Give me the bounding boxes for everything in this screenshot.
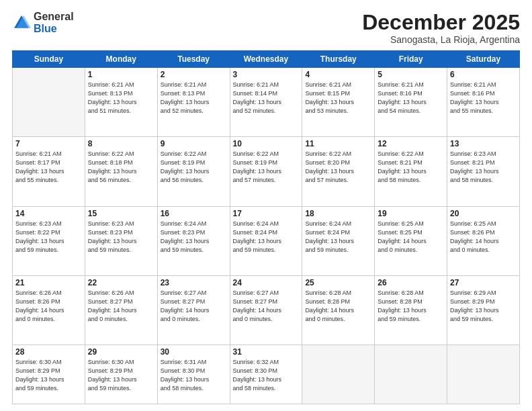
title-block: December 2025 Sanogasta, La Rioja, Argen…: [362, 11, 520, 45]
day-number: 29: [88, 347, 154, 357]
day-number: 8: [88, 139, 154, 148]
calendar-day-cell: 29Sunrise: 6:30 AM Sunset: 8:29 PM Dayli…: [85, 345, 157, 404]
day-info: Sunrise: 6:21 AM Sunset: 8:13 PM Dayligh…: [88, 81, 154, 116]
calendar-day-cell: 27Sunrise: 6:29 AM Sunset: 8:29 PM Dayli…: [447, 275, 520, 345]
day-number: 21: [15, 278, 82, 287]
day-number: 1: [88, 70, 154, 79]
calendar-day-cell: 3Sunrise: 6:21 AM Sunset: 8:14 PM Daylig…: [230, 68, 302, 137]
calendar-day-cell: 13Sunrise: 6:23 AM Sunset: 8:21 PM Dayli…: [447, 137, 520, 206]
day-number: 14: [15, 209, 82, 218]
day-info: Sunrise: 6:22 AM Sunset: 8:19 PM Dayligh…: [233, 150, 300, 185]
calendar-day-cell: 4Sunrise: 6:21 AM Sunset: 8:15 PM Daylig…: [302, 68, 375, 137]
day-info: Sunrise: 6:22 AM Sunset: 8:19 PM Dayligh…: [161, 150, 227, 185]
day-number: 19: [378, 209, 444, 218]
calendar-week-row: 28Sunrise: 6:30 AM Sunset: 8:29 PM Dayli…: [13, 345, 520, 404]
calendar-day-cell: 19Sunrise: 6:25 AM Sunset: 8:25 PM Dayli…: [375, 206, 447, 275]
logo: General Blue: [12, 11, 74, 34]
calendar-day-cell: 7Sunrise: 6:21 AM Sunset: 8:17 PM Daylig…: [13, 137, 85, 206]
day-info: Sunrise: 6:24 AM Sunset: 8:24 PM Dayligh…: [233, 220, 300, 255]
logo-icon: [12, 13, 31, 32]
day-info: Sunrise: 6:29 AM Sunset: 8:29 PM Dayligh…: [450, 289, 517, 324]
day-number: 26: [378, 278, 444, 287]
day-info: Sunrise: 6:24 AM Sunset: 8:23 PM Dayligh…: [161, 220, 227, 255]
calendar-day-cell: 26Sunrise: 6:28 AM Sunset: 8:28 PM Dayli…: [375, 275, 447, 345]
day-number: 22: [88, 278, 154, 287]
calendar-day-cell: 23Sunrise: 6:27 AM Sunset: 8:27 PM Dayli…: [157, 275, 230, 345]
header-monday: Monday: [85, 51, 157, 68]
header-friday: Friday: [375, 51, 447, 68]
calendar-week-row: 7Sunrise: 6:21 AM Sunset: 8:17 PM Daylig…: [13, 137, 520, 206]
calendar-day-cell: [13, 68, 85, 137]
calendar-day-cell: 24Sunrise: 6:27 AM Sunset: 8:27 PM Dayli…: [230, 275, 302, 345]
day-info: Sunrise: 6:27 AM Sunset: 8:27 PM Dayligh…: [161, 289, 227, 324]
day-info: Sunrise: 6:21 AM Sunset: 8:17 PM Dayligh…: [15, 150, 82, 185]
header-wednesday: Wednesday: [230, 51, 302, 68]
day-info: Sunrise: 6:32 AM Sunset: 8:30 PM Dayligh…: [233, 358, 300, 393]
calendar-day-cell: 6Sunrise: 6:21 AM Sunset: 8:16 PM Daylig…: [447, 68, 520, 137]
logo-general: General: [34, 11, 74, 22]
day-info: Sunrise: 6:21 AM Sunset: 8:14 PM Dayligh…: [233, 81, 300, 116]
day-info: Sunrise: 6:23 AM Sunset: 8:21 PM Dayligh…: [450, 150, 517, 185]
day-number: 20: [450, 209, 517, 218]
calendar-day-cell: 15Sunrise: 6:23 AM Sunset: 8:23 PM Dayli…: [85, 206, 157, 275]
day-number: 16: [161, 209, 227, 218]
day-number: 13: [450, 139, 517, 148]
day-info: Sunrise: 6:26 AM Sunset: 8:26 PM Dayligh…: [15, 289, 82, 324]
day-info: Sunrise: 6:22 AM Sunset: 8:21 PM Dayligh…: [378, 150, 444, 185]
weekday-header-row: Sunday Monday Tuesday Wednesday Thursday…: [13, 51, 520, 68]
day-number: 31: [233, 347, 300, 357]
day-info: Sunrise: 6:21 AM Sunset: 8:13 PM Dayligh…: [161, 81, 227, 116]
day-number: 18: [305, 209, 371, 218]
day-number: 10: [233, 139, 300, 148]
day-info: Sunrise: 6:25 AM Sunset: 8:26 PM Dayligh…: [450, 220, 517, 255]
day-number: 28: [15, 347, 82, 357]
calendar-day-cell: 16Sunrise: 6:24 AM Sunset: 8:23 PM Dayli…: [157, 206, 230, 275]
day-info: Sunrise: 6:26 AM Sunset: 8:27 PM Dayligh…: [88, 289, 154, 324]
day-info: Sunrise: 6:21 AM Sunset: 8:16 PM Dayligh…: [450, 81, 517, 116]
calendar-day-cell: 2Sunrise: 6:21 AM Sunset: 8:13 PM Daylig…: [157, 68, 230, 137]
calendar-day-cell: 11Sunrise: 6:22 AM Sunset: 8:20 PM Dayli…: [302, 137, 375, 206]
day-number: 23: [161, 278, 227, 287]
day-number: 9: [161, 139, 227, 148]
calendar-day-cell: [447, 345, 520, 404]
day-info: Sunrise: 6:30 AM Sunset: 8:29 PM Dayligh…: [88, 358, 154, 393]
month-title: December 2025: [362, 11, 520, 34]
header-tuesday: Tuesday: [157, 51, 230, 68]
calendar-day-cell: 14Sunrise: 6:23 AM Sunset: 8:22 PM Dayli…: [13, 206, 85, 275]
calendar-day-cell: 30Sunrise: 6:31 AM Sunset: 8:30 PM Dayli…: [157, 345, 230, 404]
calendar-day-cell: 31Sunrise: 6:32 AM Sunset: 8:30 PM Dayli…: [230, 345, 302, 404]
day-info: Sunrise: 6:22 AM Sunset: 8:18 PM Dayligh…: [88, 150, 154, 185]
day-info: Sunrise: 6:23 AM Sunset: 8:22 PM Dayligh…: [15, 220, 82, 255]
day-info: Sunrise: 6:28 AM Sunset: 8:28 PM Dayligh…: [305, 289, 371, 324]
calendar-day-cell: 12Sunrise: 6:22 AM Sunset: 8:21 PM Dayli…: [375, 137, 447, 206]
day-info: Sunrise: 6:25 AM Sunset: 8:25 PM Dayligh…: [378, 220, 444, 255]
day-info: Sunrise: 6:21 AM Sunset: 8:16 PM Dayligh…: [378, 81, 444, 116]
day-info: Sunrise: 6:23 AM Sunset: 8:23 PM Dayligh…: [88, 220, 154, 255]
calendar-day-cell: 10Sunrise: 6:22 AM Sunset: 8:19 PM Dayli…: [230, 137, 302, 206]
day-number: 11: [305, 139, 371, 148]
calendar-day-cell: 21Sunrise: 6:26 AM Sunset: 8:26 PM Dayli…: [13, 275, 85, 345]
day-info: Sunrise: 6:27 AM Sunset: 8:27 PM Dayligh…: [233, 289, 300, 324]
calendar-week-row: 1Sunrise: 6:21 AM Sunset: 8:13 PM Daylig…: [13, 68, 520, 137]
header-thursday: Thursday: [302, 51, 375, 68]
day-number: 12: [378, 139, 444, 148]
logo-text: General Blue: [34, 11, 74, 34]
day-number: 2: [161, 70, 227, 79]
subtitle: Sanogasta, La Rioja, Argentina: [362, 34, 520, 45]
day-number: 17: [233, 209, 300, 218]
day-number: 6: [450, 70, 517, 79]
page: General Blue December 2025 Sanogasta, La…: [0, 0, 532, 411]
calendar-day-cell: 18Sunrise: 6:24 AM Sunset: 8:24 PM Dayli…: [302, 206, 375, 275]
day-info: Sunrise: 6:31 AM Sunset: 8:30 PM Dayligh…: [161, 358, 227, 393]
header-sunday: Sunday: [13, 51, 85, 68]
day-number: 15: [88, 209, 154, 218]
day-number: 30: [161, 347, 227, 357]
day-info: Sunrise: 6:28 AM Sunset: 8:28 PM Dayligh…: [378, 289, 444, 324]
calendar-day-cell: 20Sunrise: 6:25 AM Sunset: 8:26 PM Dayli…: [447, 206, 520, 275]
calendar-day-cell: 25Sunrise: 6:28 AM Sunset: 8:28 PM Dayli…: [302, 275, 375, 345]
calendar-day-cell: 22Sunrise: 6:26 AM Sunset: 8:27 PM Dayli…: [85, 275, 157, 345]
header: General Blue December 2025 Sanogasta, La…: [12, 11, 520, 45]
day-number: 4: [305, 70, 371, 79]
calendar-day-cell: 1Sunrise: 6:21 AM Sunset: 8:13 PM Daylig…: [85, 68, 157, 137]
calendar-day-cell: 28Sunrise: 6:30 AM Sunset: 8:29 PM Dayli…: [13, 345, 85, 404]
